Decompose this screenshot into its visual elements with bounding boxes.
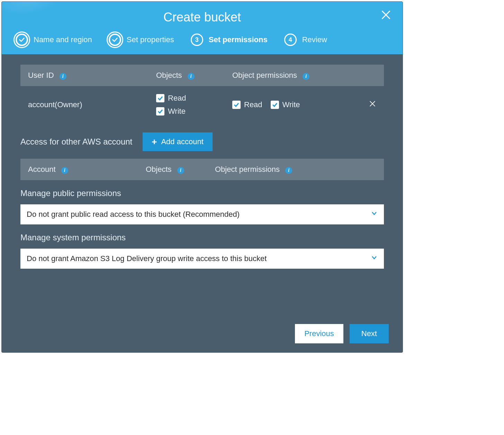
step-label: Review xyxy=(302,35,327,44)
remove-row-button[interactable] xyxy=(369,101,376,109)
close-icon xyxy=(380,9,392,20)
other-accounts-section: Access for other AWS account + Add accou… xyxy=(20,132,384,151)
step-name-and-region[interactable]: Name and region xyxy=(16,34,92,46)
step-number-icon: 4 xyxy=(284,34,297,46)
create-bucket-modal: Create bucket Name and region Set proper… xyxy=(1,1,403,353)
info-icon[interactable]: i xyxy=(177,167,184,174)
check-icon xyxy=(16,34,28,46)
objects-write-checkbox[interactable]: Write xyxy=(156,107,232,116)
checkmark-icon xyxy=(272,102,278,108)
other-accounts-label: Access for other AWS account xyxy=(20,137,132,147)
info-icon[interactable]: i xyxy=(303,73,309,80)
column-objects: Objects xyxy=(156,71,182,80)
next-button[interactable]: Next xyxy=(350,324,389,343)
public-permissions-select[interactable]: Do not grant public read access to this … xyxy=(20,204,384,224)
close-icon xyxy=(369,100,376,108)
select-value: Do not grant Amazon S3 Log Delivery grou… xyxy=(27,254,267,263)
previous-button[interactable]: Previous xyxy=(295,324,343,343)
perm-write-checkbox[interactable]: Write xyxy=(271,100,300,109)
column-objects: Objects xyxy=(146,165,172,174)
checkbox-label: Read xyxy=(168,94,186,103)
modal-header: Create bucket Name and region Set proper… xyxy=(2,2,403,54)
public-permissions-title: Manage public permissions xyxy=(20,188,384,198)
objects-read-checkbox[interactable]: Read xyxy=(156,94,232,103)
info-icon[interactable]: i xyxy=(60,73,66,80)
checkmark-icon xyxy=(233,102,240,108)
perm-read-checkbox[interactable]: Read xyxy=(232,100,262,109)
column-object-permissions: Object permissions xyxy=(215,165,280,174)
step-label: Name and region xyxy=(34,35,92,44)
chevron-down-icon xyxy=(371,210,378,219)
info-icon[interactable]: i xyxy=(285,167,292,174)
info-icon[interactable]: i xyxy=(61,167,68,174)
step-label: Set permissions xyxy=(209,35,268,44)
step-label: Set properties xyxy=(127,35,174,44)
modal-body-wrap: User ID i Objects i Object permissions i… xyxy=(2,54,403,317)
column-user-id: User ID xyxy=(28,71,54,80)
other-accounts-table-header: Account i Objects i Object permissions i xyxy=(20,159,384,180)
checkmark-icon xyxy=(157,108,163,114)
step-review[interactable]: 4 Review xyxy=(284,34,327,46)
add-account-button[interactable]: + Add account xyxy=(143,132,213,151)
modal-body[interactable]: User ID i Objects i Object permissions i… xyxy=(2,54,403,317)
modal-title: Create bucket xyxy=(2,8,403,34)
checkbox-label: Write xyxy=(282,100,300,109)
checkbox-label: Read xyxy=(244,100,262,109)
check-icon xyxy=(109,34,121,46)
owner-row: account(Owner) Read Write xyxy=(20,86,384,123)
checkmark-icon xyxy=(157,95,163,101)
system-permissions-select[interactable]: Do not grant Amazon S3 Log Delivery grou… xyxy=(20,249,384,269)
system-permissions-title: Manage system permissions xyxy=(20,233,384,242)
step-set-properties[interactable]: Set properties xyxy=(109,34,174,46)
checkbox-label: Write xyxy=(168,107,186,116)
step-set-permissions[interactable]: 3 Set permissions xyxy=(191,34,268,46)
wizard-steps: Name and region Set properties 3 Set per… xyxy=(2,34,403,54)
column-account: Account xyxy=(28,165,56,174)
info-icon[interactable]: i xyxy=(188,73,195,80)
modal-footer: Previous Next xyxy=(2,317,403,352)
plus-icon: + xyxy=(152,137,157,146)
button-label: Add account xyxy=(161,137,203,146)
column-object-permissions: Object permissions xyxy=(232,71,297,80)
close-button[interactable] xyxy=(380,9,394,23)
step-number-icon: 3 xyxy=(191,34,203,46)
select-value: Do not grant public read access to this … xyxy=(27,210,240,219)
owner-user-id: account(Owner) xyxy=(28,100,156,109)
owner-table-header: User ID i Objects i Object permissions i xyxy=(20,65,384,86)
chevron-down-icon xyxy=(371,254,378,263)
